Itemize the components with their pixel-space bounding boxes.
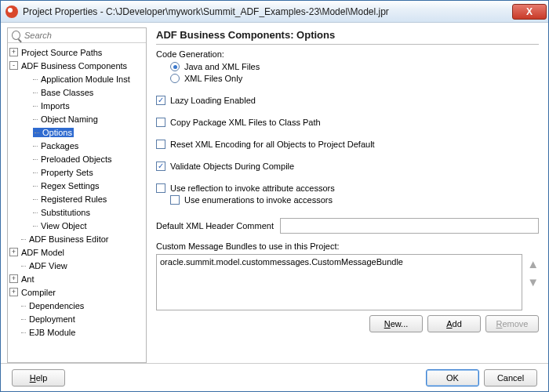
radio-xml-only[interactable]: XML Files Only bbox=[170, 74, 539, 83]
project-properties-dialog: Project Properties - C:\JDeveloper\mywor… bbox=[0, 0, 549, 392]
tree-label: Registered Rules bbox=[33, 194, 107, 204]
tree-label: Packages bbox=[33, 141, 78, 151]
chk-validate-compile[interactable]: Validate Objects During Compile bbox=[156, 162, 539, 171]
default-header-input[interactable] bbox=[280, 218, 539, 234]
chk-reset-encoding[interactable]: Reset XML Encoding for all Objects to Pr… bbox=[156, 140, 539, 149]
checkbox-icon bbox=[156, 183, 165, 193]
tree-node-project-source-paths[interactable]: +Project Source Paths bbox=[9, 45, 144, 59]
chk-enumerations[interactable]: Use enumerations to invoke accessors bbox=[170, 195, 539, 205]
tree-label: EJB Module bbox=[21, 328, 75, 337]
help-button[interactable]: Help bbox=[12, 369, 65, 387]
search-box[interactable] bbox=[8, 28, 146, 43]
tree-node-regex-settings[interactable]: Regex Settings bbox=[9, 179, 144, 192]
move-up-icon[interactable]: ▲ bbox=[527, 257, 539, 270]
tree-label: Options bbox=[33, 128, 74, 137]
add-button[interactable]: Add bbox=[427, 315, 481, 332]
tree-label: Compiler bbox=[21, 288, 56, 297]
tree-node-adf-business-editor[interactable]: ADF Business Editor bbox=[9, 232, 144, 245]
expand-icon[interactable]: + bbox=[9, 274, 18, 283]
tree-label: ADF View bbox=[21, 261, 67, 270]
tree-node-ejb-module[interactable]: EJB Module bbox=[9, 325, 144, 339]
tree-node-packages[interactable]: Packages bbox=[9, 139, 144, 152]
chk-copy-package[interactable]: Copy Package XML Files to Class Path bbox=[156, 118, 539, 127]
new-button[interactable]: New... bbox=[369, 315, 423, 332]
tree-label: View Object bbox=[33, 221, 87, 230]
move-down-icon[interactable]: ▼ bbox=[527, 275, 539, 289]
checkbox-icon bbox=[156, 140, 165, 149]
collapse-icon[interactable]: - bbox=[9, 61, 18, 70]
tree-label: ADF Model bbox=[21, 248, 64, 257]
tree-node-adf-view[interactable]: ADF View bbox=[9, 259, 144, 272]
window-title: Project Properties - C:\JDeveloper\mywor… bbox=[23, 6, 512, 17]
expand-icon[interactable]: + bbox=[9, 248, 18, 256]
tree-node-property-sets[interactable]: Property Sets bbox=[9, 165, 144, 179]
tree-node-imports[interactable]: Imports bbox=[9, 99, 144, 112]
tree-label: Application Module Inst bbox=[33, 74, 130, 84]
tree-label: Imports bbox=[33, 101, 70, 111]
bundles-label: Custom Message Bundles to use in this Pr… bbox=[156, 241, 539, 251]
search-icon bbox=[12, 31, 20, 40]
search-input[interactable] bbox=[24, 31, 142, 40]
tree-label: Project Source Paths bbox=[21, 48, 102, 57]
chk-reflection[interactable]: Use reflection to invoke attribute acces… bbox=[156, 183, 539, 193]
app-icon bbox=[5, 5, 18, 18]
tree-node-adf-model[interactable]: +ADF Model bbox=[9, 245, 144, 259]
content-panel: ADF Business Components: Options Code Ge… bbox=[153, 27, 542, 363]
tree-node-adf-business-components[interactable]: -ADF Business Components bbox=[9, 59, 144, 72]
tree-node-deployment[interactable]: Deployment bbox=[9, 312, 144, 325]
expand-icon[interactable]: + bbox=[9, 288, 18, 296]
dialog-footer: Help OK Cancel bbox=[1, 363, 548, 391]
default-header-label: Default XML Header Comment bbox=[156, 221, 274, 230]
tree-label: ADF Business Components bbox=[21, 61, 127, 71]
tree-label: Object Naming bbox=[33, 114, 98, 124]
tree-label: Base Classes bbox=[33, 88, 93, 97]
tree-node-application-module-inst[interactable]: Application Module Inst bbox=[9, 72, 144, 85]
radio-icon bbox=[170, 62, 180, 71]
remove-button: Remove bbox=[485, 315, 539, 332]
checkbox-icon bbox=[156, 118, 165, 127]
cancel-button[interactable]: Cancel bbox=[484, 369, 537, 387]
close-button[interactable]: X bbox=[512, 4, 547, 20]
tree-label: ADF Business Editor bbox=[21, 234, 108, 244]
tree-label: Deployment bbox=[21, 314, 75, 324]
tree-label: Ant bbox=[21, 274, 35, 284]
tree-label: Preloaded Objects bbox=[33, 154, 112, 164]
tree-node-dependencies[interactable]: Dependencies bbox=[9, 299, 144, 312]
tree-node-view-object[interactable]: View Object bbox=[9, 219, 144, 232]
tree-node-compiler[interactable]: +Compiler bbox=[9, 285, 144, 299]
tree-label: Substitutions bbox=[33, 208, 90, 217]
nav-tree[interactable]: +Project Source Paths-ADF Business Compo… bbox=[8, 43, 146, 362]
tree-node-options[interactable]: Options bbox=[9, 125, 144, 139]
tree-node-preloaded-objects[interactable]: Preloaded Objects bbox=[9, 152, 144, 165]
tree-node-object-naming[interactable]: Object Naming bbox=[9, 112, 144, 125]
checkbox-icon bbox=[156, 162, 165, 171]
tree-node-base-classes[interactable]: Base Classes bbox=[9, 85, 144, 99]
ok-button[interactable]: OK bbox=[426, 369, 479, 387]
chk-lazy-loading[interactable]: Lazy Loading Enabled bbox=[156, 96, 539, 105]
titlebar[interactable]: Project Properties - C:\JDeveloper\mywor… bbox=[1, 1, 548, 23]
tree-node-registered-rules[interactable]: Registered Rules bbox=[9, 192, 144, 205]
list-item[interactable]: oracle.summit.model.custommessages.Custo… bbox=[160, 257, 518, 267]
tree-label: Regex Settings bbox=[33, 181, 100, 191]
tree-node-ant[interactable]: +Ant bbox=[9, 272, 144, 285]
nav-panel: +Project Source Paths-ADF Business Compo… bbox=[7, 27, 147, 363]
tree-label: Property Sets bbox=[33, 168, 93, 177]
checkbox-icon bbox=[170, 195, 180, 205]
checkbox-icon bbox=[156, 96, 165, 105]
radio-icon bbox=[170, 74, 180, 83]
codegen-label: Code Generation: bbox=[156, 49, 539, 59]
bundles-list[interactable]: oracle.summit.model.custommessages.Custo… bbox=[156, 254, 522, 310]
tree-label: Dependencies bbox=[21, 301, 84, 310]
panel-heading: ADF Business Components: Options bbox=[156, 29, 539, 45]
tree-node-substitutions[interactable]: Substitutions bbox=[9, 205, 144, 219]
expand-icon[interactable]: + bbox=[9, 48, 18, 56]
radio-java-xml[interactable]: Java and XML Files bbox=[170, 62, 539, 71]
